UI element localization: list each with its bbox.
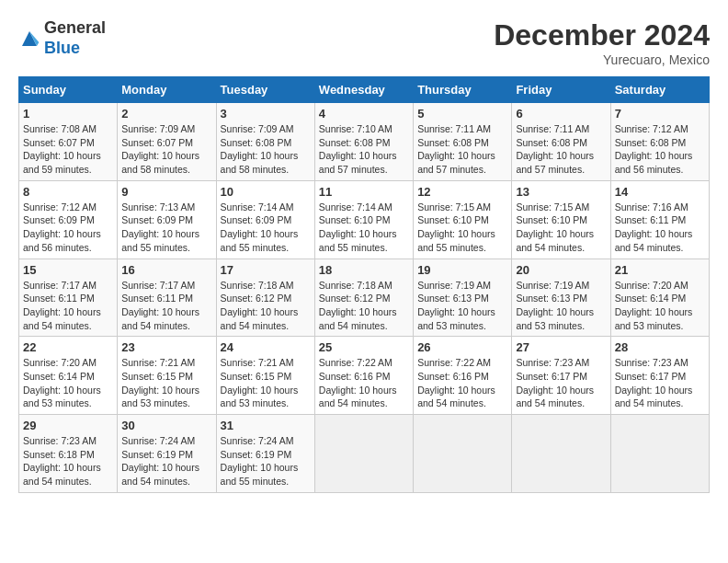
day-number: 26 xyxy=(417,340,507,354)
calendar-day-cell: 3 Sunrise: 7:09 AM Sunset: 6:08 PM Dayli… xyxy=(216,103,314,181)
day-info: Sunrise: 7:11 AM Sunset: 6:08 PM Dayligh… xyxy=(417,122,507,177)
calendar-day-cell: 12 Sunrise: 7:15 AM Sunset: 6:10 PM Dayl… xyxy=(414,180,512,259)
calendar-day-cell: 13 Sunrise: 7:15 AM Sunset: 6:10 PM Dayl… xyxy=(512,180,610,259)
weekday-header-thursday: Thursday xyxy=(414,77,512,103)
day-number: 21 xyxy=(615,263,705,277)
day-info: Sunrise: 7:19 AM Sunset: 6:13 PM Dayligh… xyxy=(516,279,606,333)
calendar-day-cell: 9 Sunrise: 7:13 AM Sunset: 6:09 PM Dayli… xyxy=(118,180,216,259)
calendar-day-cell: 25 Sunrise: 7:22 AM Sunset: 6:16 PM Dayl… xyxy=(314,337,413,415)
calendar-day-cell: 10 Sunrise: 7:14 AM Sunset: 6:09 PM Dayl… xyxy=(216,180,314,259)
weekday-header-saturday: Saturday xyxy=(610,77,709,103)
logo-blue: Blue xyxy=(44,39,106,59)
logo-icon xyxy=(18,28,40,50)
day-info: Sunrise: 7:10 AM Sunset: 6:08 PM Dayligh… xyxy=(319,122,409,177)
day-info: Sunrise: 7:21 AM Sunset: 6:15 PM Dayligh… xyxy=(121,356,211,410)
day-number: 14 xyxy=(615,185,705,199)
calendar-day-cell: 19 Sunrise: 7:19 AM Sunset: 6:13 PM Dayl… xyxy=(414,259,512,337)
day-number: 18 xyxy=(319,263,409,277)
calendar-day-cell: 20 Sunrise: 7:19 AM Sunset: 6:13 PM Dayl… xyxy=(512,259,610,337)
calendar-day-cell: 14 Sunrise: 7:16 AM Sunset: 6:11 PM Dayl… xyxy=(610,180,709,259)
calendar-day-cell xyxy=(414,415,512,493)
day-info: Sunrise: 7:14 AM Sunset: 6:09 PM Dayligh… xyxy=(221,201,311,255)
calendar-day-cell: 23 Sunrise: 7:21 AM Sunset: 6:15 PM Dayl… xyxy=(118,337,216,415)
day-number: 6 xyxy=(516,107,606,121)
day-info: Sunrise: 7:17 AM Sunset: 6:11 PM Dayligh… xyxy=(121,279,211,333)
month-year-title: December 2024 xyxy=(494,18,710,52)
calendar-day-cell: 5 Sunrise: 7:11 AM Sunset: 6:08 PM Dayli… xyxy=(414,103,512,181)
calendar-week-row: 15 Sunrise: 7:17 AM Sunset: 6:11 PM Dayl… xyxy=(19,259,710,337)
calendar-day-cell: 15 Sunrise: 7:17 AM Sunset: 6:11 PM Dayl… xyxy=(19,259,118,337)
day-number: 8 xyxy=(23,185,113,199)
calendar-day-cell: 11 Sunrise: 7:14 AM Sunset: 6:10 PM Dayl… xyxy=(314,180,413,259)
day-info: Sunrise: 7:19 AM Sunset: 6:13 PM Dayligh… xyxy=(417,279,507,333)
day-number: 29 xyxy=(23,419,113,432)
calendar-day-cell: 21 Sunrise: 7:20 AM Sunset: 6:14 PM Dayl… xyxy=(610,259,709,337)
calendar-day-cell: 28 Sunrise: 7:23 AM Sunset: 6:17 PM Dayl… xyxy=(610,337,709,415)
day-info: Sunrise: 7:08 AM Sunset: 6:07 PM Dayligh… xyxy=(23,122,113,177)
calendar-week-row: 1 Sunrise: 7:08 AM Sunset: 6:07 PM Dayli… xyxy=(19,103,710,181)
calendar-day-cell: 8 Sunrise: 7:12 AM Sunset: 6:09 PM Dayli… xyxy=(19,180,118,259)
calendar-week-row: 22 Sunrise: 7:20 AM Sunset: 6:14 PM Dayl… xyxy=(19,337,710,415)
day-info: Sunrise: 7:15 AM Sunset: 6:10 PM Dayligh… xyxy=(417,201,507,255)
day-info: Sunrise: 7:12 AM Sunset: 6:08 PM Dayligh… xyxy=(615,122,705,177)
day-number: 22 xyxy=(23,340,113,354)
calendar-day-cell xyxy=(610,415,709,493)
day-info: Sunrise: 7:18 AM Sunset: 6:12 PM Dayligh… xyxy=(319,279,409,333)
day-info: Sunrise: 7:22 AM Sunset: 6:16 PM Dayligh… xyxy=(319,356,409,410)
day-number: 15 xyxy=(23,263,113,277)
calendar-day-cell: 29 Sunrise: 7:23 AM Sunset: 6:18 PM Dayl… xyxy=(19,415,118,493)
calendar-day-cell: 31 Sunrise: 7:24 AM Sunset: 6:19 PM Dayl… xyxy=(216,415,314,493)
day-number: 31 xyxy=(221,419,311,432)
calendar-day-cell: 6 Sunrise: 7:11 AM Sunset: 6:08 PM Dayli… xyxy=(512,103,610,181)
logo-general: General xyxy=(44,18,106,39)
day-number: 11 xyxy=(319,185,409,199)
day-number: 20 xyxy=(516,263,606,277)
day-number: 28 xyxy=(615,340,705,354)
day-number: 25 xyxy=(319,340,409,354)
weekday-header-tuesday: Tuesday xyxy=(216,77,314,103)
weekday-header-sunday: Sunday xyxy=(19,77,118,103)
title-area: December 2024 Yurecuaro, Mexico xyxy=(494,18,710,67)
day-number: 10 xyxy=(221,185,311,199)
day-number: 24 xyxy=(221,340,311,354)
calendar-day-cell: 17 Sunrise: 7:18 AM Sunset: 6:12 PM Dayl… xyxy=(216,259,314,337)
calendar-table: SundayMondayTuesdayWednesdayThursdayFrid… xyxy=(18,76,710,493)
day-number: 4 xyxy=(319,107,409,121)
day-info: Sunrise: 7:24 AM Sunset: 6:19 PM Dayligh… xyxy=(121,434,211,488)
day-info: Sunrise: 7:14 AM Sunset: 6:10 PM Dayligh… xyxy=(319,201,409,255)
day-info: Sunrise: 7:23 AM Sunset: 6:17 PM Dayligh… xyxy=(516,356,606,410)
day-info: Sunrise: 7:23 AM Sunset: 6:17 PM Dayligh… xyxy=(615,356,705,410)
calendar-day-cell: 2 Sunrise: 7:09 AM Sunset: 6:07 PM Dayli… xyxy=(118,103,216,181)
day-info: Sunrise: 7:18 AM Sunset: 6:12 PM Dayligh… xyxy=(221,279,311,333)
day-number: 3 xyxy=(221,107,311,121)
calendar-day-cell: 24 Sunrise: 7:21 AM Sunset: 6:15 PM Dayl… xyxy=(216,337,314,415)
day-info: Sunrise: 7:09 AM Sunset: 6:08 PM Dayligh… xyxy=(221,122,311,177)
calendar-week-row: 8 Sunrise: 7:12 AM Sunset: 6:09 PM Dayli… xyxy=(19,180,710,259)
day-info: Sunrise: 7:15 AM Sunset: 6:10 PM Dayligh… xyxy=(516,201,606,255)
logo: General Blue xyxy=(18,18,106,58)
calendar-day-cell xyxy=(512,415,610,493)
calendar-day-cell: 30 Sunrise: 7:24 AM Sunset: 6:19 PM Dayl… xyxy=(118,415,216,493)
calendar-day-cell: 1 Sunrise: 7:08 AM Sunset: 6:07 PM Dayli… xyxy=(19,103,118,181)
day-info: Sunrise: 7:23 AM Sunset: 6:18 PM Dayligh… xyxy=(23,434,113,488)
calendar-day-cell: 18 Sunrise: 7:18 AM Sunset: 6:12 PM Dayl… xyxy=(314,259,413,337)
day-info: Sunrise: 7:12 AM Sunset: 6:09 PM Dayligh… xyxy=(23,201,113,255)
location-subtitle: Yurecuaro, Mexico xyxy=(494,52,710,67)
day-info: Sunrise: 7:20 AM Sunset: 6:14 PM Dayligh… xyxy=(615,279,705,333)
weekday-header-monday: Monday xyxy=(118,77,216,103)
day-info: Sunrise: 7:20 AM Sunset: 6:14 PM Dayligh… xyxy=(23,356,113,410)
day-info: Sunrise: 7:13 AM Sunset: 6:09 PM Dayligh… xyxy=(121,201,211,255)
calendar-day-cell: 4 Sunrise: 7:10 AM Sunset: 6:08 PM Dayli… xyxy=(314,103,413,181)
day-number: 9 xyxy=(121,185,211,199)
day-number: 16 xyxy=(121,263,211,277)
day-number: 23 xyxy=(121,340,211,354)
weekday-header-wednesday: Wednesday xyxy=(314,77,413,103)
day-info: Sunrise: 7:24 AM Sunset: 6:19 PM Dayligh… xyxy=(221,434,311,488)
day-info: Sunrise: 7:22 AM Sunset: 6:16 PM Dayligh… xyxy=(417,356,507,410)
day-number: 2 xyxy=(121,107,211,121)
day-number: 19 xyxy=(417,263,507,277)
day-number: 30 xyxy=(121,419,211,432)
day-info: Sunrise: 7:11 AM Sunset: 6:08 PM Dayligh… xyxy=(516,122,606,177)
calendar-day-cell xyxy=(314,415,413,493)
weekday-header-friday: Friday xyxy=(512,77,610,103)
